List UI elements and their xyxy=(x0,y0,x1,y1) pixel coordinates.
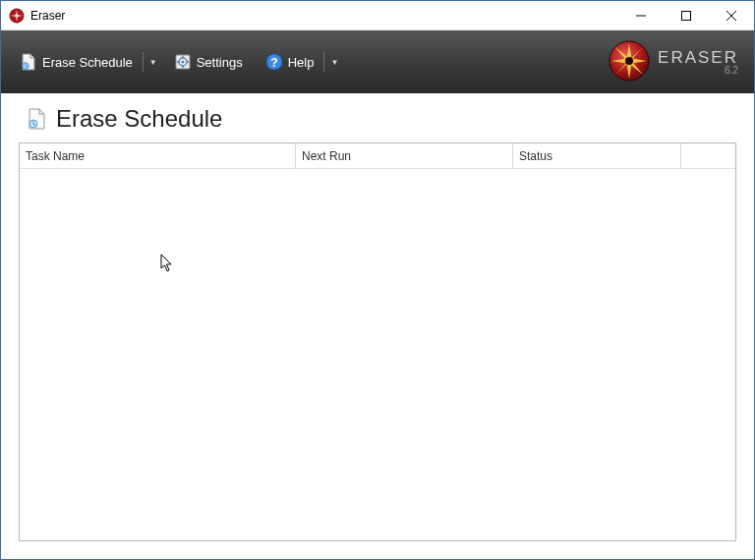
separator xyxy=(323,52,324,72)
maximize-button[interactable] xyxy=(664,1,709,30)
column-task-name[interactable]: Task Name xyxy=(20,143,295,169)
chevron-down-icon[interactable]: ▼ xyxy=(149,58,157,67)
settings-icon xyxy=(173,52,193,72)
task-table: Task Name Next Run Status xyxy=(19,142,736,541)
erase-schedule-menu[interactable]: Erase Schedule xyxy=(13,48,139,76)
erase-schedule-label: Erase Schedule xyxy=(42,55,133,70)
document-schedule-icon xyxy=(25,107,48,131)
page-title: Erase Schedule xyxy=(56,105,222,133)
close-button[interactable] xyxy=(709,1,754,30)
brand: ERASER 6.2 xyxy=(609,40,738,84)
column-status[interactable]: Status xyxy=(513,143,680,169)
app-icon xyxy=(9,8,25,24)
page-header: Erase Schedule xyxy=(19,105,736,133)
column-next-run[interactable]: Next Run xyxy=(296,143,512,169)
minimize-button[interactable] xyxy=(618,1,664,30)
help-label: Help xyxy=(288,55,315,70)
svg-text:?: ? xyxy=(270,56,277,70)
brand-logo-icon xyxy=(609,40,650,84)
app-window: Eraser Erase Schedule xyxy=(0,0,755,560)
table-header: Task Name Next Run Status xyxy=(20,143,735,169)
column-spacer xyxy=(681,143,735,169)
help-menu[interactable]: ? Help xyxy=(259,48,320,76)
settings-button[interactable]: Settings xyxy=(167,48,249,76)
table-body[interactable] xyxy=(20,169,735,540)
brand-name: ERASER xyxy=(658,49,738,66)
brand-text: ERASER 6.2 xyxy=(658,49,738,76)
brand-version: 6.2 xyxy=(725,66,738,76)
chevron-down-icon[interactable]: ▼ xyxy=(330,58,338,67)
svg-point-16 xyxy=(625,57,633,65)
content-area: Erase Schedule Task Name Next Run Status xyxy=(1,93,754,559)
svg-point-8 xyxy=(181,61,184,64)
help-icon: ? xyxy=(264,52,284,72)
separator xyxy=(143,52,144,72)
titlebar: Eraser xyxy=(1,1,754,30)
window-controls xyxy=(618,1,754,29)
document-icon xyxy=(19,52,38,72)
svg-rect-2 xyxy=(682,12,691,21)
window-title: Eraser xyxy=(30,9,618,23)
toolbar: Erase Schedule ▼ Settings xyxy=(1,30,754,93)
settings-label: Settings xyxy=(197,55,243,70)
cursor-icon xyxy=(160,253,176,277)
